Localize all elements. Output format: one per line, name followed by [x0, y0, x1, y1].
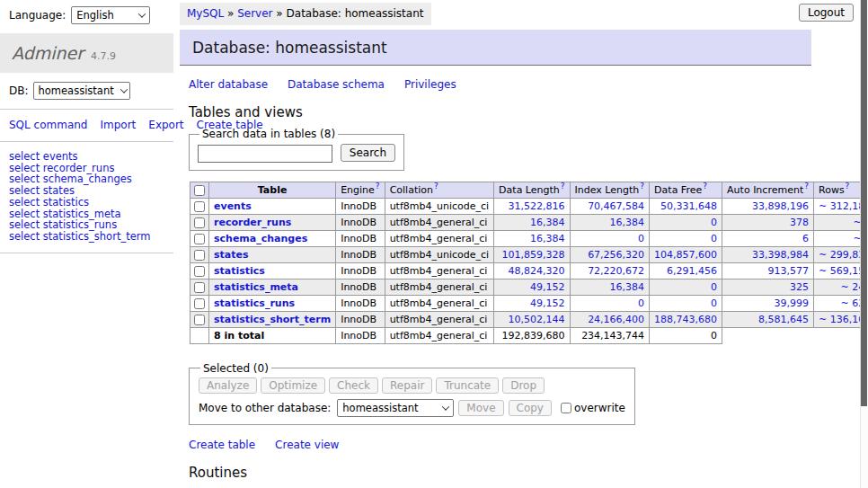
sidebar-select-statistics-short-term[interactable]: select statistics_short_term: [9, 231, 173, 243]
db-nav-links: Alter databaseDatabase schemaPrivileges: [189, 78, 819, 91]
footer-index-length: 234,143,744: [570, 327, 650, 343]
link-database-schema[interactable]: Database schema: [288, 78, 385, 91]
move-button[interactable]: Move: [458, 400, 503, 416]
help-link[interactable]: ?: [561, 182, 565, 191]
cell-data-free: 0: [650, 214, 722, 230]
index-length-link[interactable]: 67,256,320: [588, 249, 644, 261]
data-length-link[interactable]: 49,152: [530, 297, 565, 309]
index-length-link[interactable]: 0: [638, 233, 644, 244]
index-length-link[interactable]: 0: [638, 297, 644, 309]
row-checkbox-statistics-meta[interactable]: [194, 282, 205, 293]
cell-engine: InnoDB: [336, 214, 385, 230]
copy-button[interactable]: Copy: [509, 400, 552, 416]
search-input[interactable]: [198, 145, 332, 163]
table-link-statistics-meta[interactable]: statistics_meta: [214, 281, 298, 293]
auto-increment-link[interactable]: 913,577: [768, 265, 810, 277]
data-length-link[interactable]: 49,152: [530, 281, 565, 293]
button-optimize[interactable]: Optimize: [261, 377, 325, 394]
breadcrumb-separator: »: [273, 7, 287, 20]
row-checkbox-recorder-runs[interactable]: [194, 217, 205, 228]
db-select[interactable]: homeassistant: [33, 82, 130, 100]
overwrite-checkbox[interactable]: [561, 403, 571, 413]
sidebar-select-events[interactable]: select events: [9, 151, 173, 163]
move-row: Move to other database: homeassistant Mo…: [199, 399, 625, 417]
table-link-recorder-runs[interactable]: recorder_runs: [214, 217, 291, 228]
auto-increment-link[interactable]: 33,398,984: [752, 249, 809, 261]
row-checkbox-schema-changes[interactable]: [194, 234, 205, 244]
sidebar-link-sql-command[interactable]: SQL command: [9, 119, 87, 131]
row-checkbox-states[interactable]: [194, 250, 205, 261]
index-length-link[interactable]: 16,384: [610, 281, 645, 293]
index-length-link[interactable]: 16,384: [610, 217, 645, 228]
link-create-view[interactable]: Create view: [275, 439, 339, 451]
cell-index-length: 0: [570, 295, 650, 311]
button-analyze[interactable]: Analyze: [199, 377, 257, 394]
breadcrumb-server[interactable]: Server: [237, 7, 272, 20]
help-link[interactable]: ?: [846, 182, 850, 191]
auto-increment-link[interactable]: 6: [802, 233, 809, 244]
help-link[interactable]: ?: [703, 182, 707, 191]
link-privileges[interactable]: Privileges: [404, 78, 456, 91]
sidebar-select-statistics[interactable]: select statistics: [9, 197, 173, 209]
data-length-link[interactable]: 16,384: [530, 233, 565, 244]
data-length-link[interactable]: 31,522,816: [509, 200, 565, 212]
data-free-link[interactable]: 50,331,648: [660, 200, 717, 212]
breadcrumb: MySQL » Server » Database: homeassistant: [180, 3, 431, 25]
data-free-link[interactable]: 104,857,600: [654, 249, 717, 261]
row-checkbox-events[interactable]: [194, 201, 205, 212]
cell-engine: InnoDB: [336, 198, 385, 214]
move-db-select-value: homeassistant: [342, 402, 418, 414]
data-free-link[interactable]: 0: [711, 233, 717, 244]
data-free-link[interactable]: 0: [711, 297, 717, 309]
table-link-states[interactable]: states: [214, 249, 249, 261]
page-title: Database: homeassistant: [180, 30, 811, 66]
data-free-link[interactable]: 6,291,456: [667, 265, 717, 277]
data-length-link[interactable]: 10,502,144: [509, 314, 565, 325]
scrollbar-thumb[interactable]: [861, 0, 867, 406]
help-link[interactable]: ?: [376, 182, 380, 191]
sidebar-select-states[interactable]: select states: [9, 185, 173, 197]
data-length-link[interactable]: 16,384: [530, 217, 565, 228]
data-free-link[interactable]: 188,743,680: [654, 314, 717, 325]
auto-increment-link[interactable]: 33,898,196: [752, 200, 809, 212]
auto-increment-link[interactable]: 378: [790, 217, 809, 228]
link-alter-database[interactable]: Alter database: [189, 78, 268, 91]
breadcrumb-mysql[interactable]: MySQL: [187, 7, 224, 20]
select-all-checkbox[interactable]: [194, 185, 205, 196]
table-link-schema-changes[interactable]: schema_changes: [214, 233, 307, 244]
help-link[interactable]: ?: [640, 182, 644, 191]
link-create-table[interactable]: Create table: [189, 439, 255, 451]
data-free-link[interactable]: 0: [711, 217, 717, 228]
help-link[interactable]: ?: [804, 182, 809, 191]
row-checkbox-statistics-short-term[interactable]: [194, 315, 205, 325]
button-repair[interactable]: Repair: [382, 377, 432, 394]
table-link-statistics-runs[interactable]: statistics_runs: [214, 297, 295, 309]
index-length-link[interactable]: 24,166,400: [588, 314, 644, 325]
scrollbar[interactable]: [860, 0, 868, 488]
button-truncate[interactable]: Truncate: [436, 377, 499, 394]
data-free-link[interactable]: 0: [711, 281, 717, 293]
language-select[interactable]: English: [71, 6, 150, 24]
logout-button[interactable]: Logout: [799, 4, 854, 22]
sidebar-link-export[interactable]: Export: [148, 119, 183, 131]
search-button[interactable]: Search: [341, 144, 395, 162]
data-length-link[interactable]: 101,859,328: [502, 249, 565, 261]
help-link[interactable]: ?: [434, 182, 438, 191]
cell-collation: utf8mb4_unicode_ci: [385, 198, 493, 214]
table-link-events[interactable]: events: [214, 200, 252, 212]
move-db-select[interactable]: homeassistant: [337, 399, 454, 417]
button-drop[interactable]: Drop: [502, 377, 545, 394]
row-checkbox-statistics[interactable]: [194, 266, 205, 277]
table-link-statistics[interactable]: statistics: [214, 265, 265, 277]
auto-increment-link[interactable]: 39,999: [775, 297, 810, 309]
sidebar-link-import[interactable]: Import: [100, 119, 136, 131]
sidebar-actions: SQL commandImportExportCreate table: [0, 111, 169, 139]
index-length-link[interactable]: 72,220,672: [588, 265, 644, 277]
button-check[interactable]: Check: [329, 377, 378, 394]
auto-increment-link[interactable]: 325: [790, 281, 809, 293]
auto-increment-link[interactable]: 8,581,645: [758, 314, 809, 325]
data-length-link[interactable]: 48,824,320: [509, 265, 565, 277]
row-checkbox-statistics-runs[interactable]: [194, 298, 205, 309]
index-length-link[interactable]: 70,467,584: [588, 200, 644, 212]
table-link-statistics-short-term[interactable]: statistics_short_term: [214, 314, 331, 325]
